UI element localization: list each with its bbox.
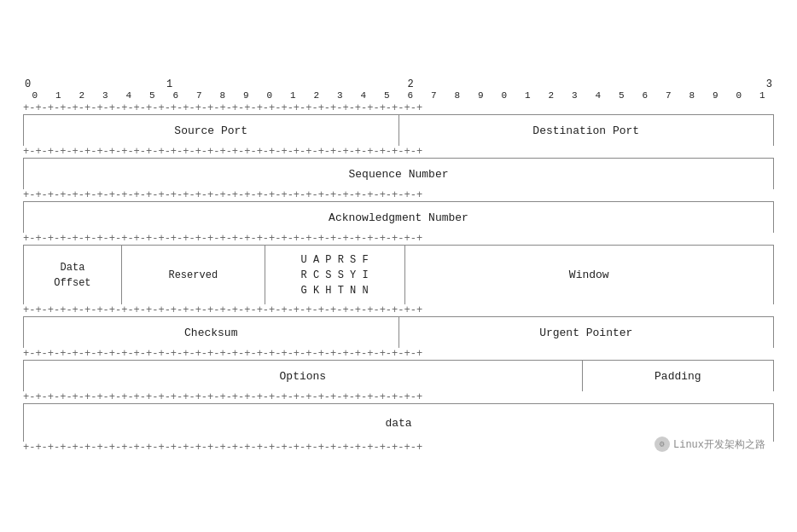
row-options-padding: Options Padding [23, 360, 774, 391]
data-offset-label: Data Offset [54, 260, 90, 291]
bit-num: 3 [563, 90, 587, 101]
tcp-header-diagram: 0 1 2 3 01234567890123456789012345678901… [15, 61, 782, 471]
data-label: data [385, 417, 411, 430]
bit-num: 0 [258, 90, 282, 101]
dest-port-cell: Destination Port [398, 115, 775, 146]
row-checksum-urgent: Checksum Urgent Pointer [23, 316, 774, 348]
row-flags: Data Offset Reserved U A P R S F R C S S… [23, 245, 774, 304]
reserved-cell: Reserved [121, 246, 265, 304]
source-port-label: Source Port [174, 124, 247, 137]
watermark: ⚙ Linux开发架构之路 [654, 437, 765, 452]
ack-number-label: Acknowledgment Number [329, 211, 468, 224]
bit-num: 1 [751, 90, 775, 101]
bit-num: 2 [305, 90, 329, 101]
window-cell: Window [404, 246, 775, 304]
bit-num: 1 [516, 90, 540, 101]
major-numbers: 0 1 2 3 [23, 78, 774, 90]
separator-2: +-+-+-+-+-+-+-+-+-+-+-+-+-+-+-+-+-+-+-+-… [23, 189, 774, 201]
bit-num: 5 [141, 90, 165, 101]
bit-num: 9 [704, 90, 728, 101]
bit-num: 7 [188, 90, 212, 101]
separator-top: +-+-+-+-+-+-+-+-+-+-+-+-+-+-+-+-+-+-+-+-… [23, 102, 774, 114]
bit-num: 2 [539, 90, 563, 101]
row-source-dest-port: Source Port Destination Port [23, 114, 774, 146]
major-0: 0 [23, 78, 49, 90]
bit-num: 5 [610, 90, 634, 101]
bit-numbers: 01234567890123456789012345678901 [23, 90, 774, 101]
flags-row-3: G K H T N N [300, 283, 368, 298]
bit-num: 1 [282, 90, 305, 101]
checksum-cell: Checksum [23, 317, 398, 348]
options-label: Options [280, 370, 327, 383]
bit-num: 4 [117, 90, 141, 101]
row-sequence: Sequence Number [23, 158, 774, 189]
watermark-icon: ⚙ [654, 437, 670, 452]
urgent-pointer-label: Urgent Pointer [539, 327, 632, 339]
bit-num: 8 [680, 90, 704, 101]
flags-row-2: R C S S Y I [300, 268, 368, 283]
separator-3: +-+-+-+-+-+-+-+-+-+-+-+-+-+-+-+-+-+-+-+-… [23, 233, 774, 245]
bit-num: 8 [211, 90, 235, 101]
bit-num: 9 [469, 90, 493, 101]
sequence-number-cell: Sequence Number [23, 159, 774, 189]
bit-num: 6 [398, 90, 422, 101]
bit-num: 7 [657, 90, 681, 101]
reserved-label: Reserved [168, 269, 218, 281]
ack-number-cell: Acknowledgment Number [23, 202, 774, 233]
bit-num: 6 [164, 90, 188, 101]
separator-6: +-+-+-+-+-+-+-+-+-+-+-+-+-+-+-+-+-+-+-+-… [23, 391, 774, 403]
watermark-text: Linux开发架构之路 [673, 437, 765, 452]
bit-num: 6 [633, 90, 657, 101]
separator-4: +-+-+-+-+-+-+-+-+-+-+-+-+-+-+-+-+-+-+-+-… [23, 304, 774, 316]
flags-cell: U A P R S F R C S S Y I G K H T N N [265, 246, 404, 304]
padding-label: Padding [654, 370, 701, 383]
padding-cell: Padding [582, 361, 774, 391]
window-label: Window [569, 269, 609, 281]
bit-num: 3 [94, 90, 118, 101]
dest-port-label: Destination Port [532, 124, 639, 137]
major-1: 1 [49, 78, 290, 90]
bit-ruler: 0 1 2 3 01234567890123456789012345678901 [23, 78, 774, 101]
bit-num: 5 [375, 90, 399, 101]
separator-5: +-+-+-+-+-+-+-+-+-+-+-+-+-+-+-+-+-+-+-+-… [23, 348, 774, 360]
urgent-pointer-cell: Urgent Pointer [398, 317, 775, 348]
sequence-number-label: Sequence Number [348, 168, 448, 181]
source-port-cell: Source Port [23, 115, 398, 146]
major-3: 3 [531, 78, 774, 90]
bit-num: 9 [235, 90, 259, 101]
separator-1: +-+-+-+-+-+-+-+-+-+-+-+-+-+-+-+-+-+-+-+-… [23, 146, 774, 158]
bit-num: 4 [352, 90, 375, 101]
bit-num: 0 [727, 90, 751, 101]
data-offset-cell: Data Offset [23, 246, 121, 304]
bit-num: 0 [492, 90, 516, 101]
bit-num: 3 [329, 90, 352, 101]
bit-num: 7 [422, 90, 446, 101]
bit-num: 8 [445, 90, 469, 101]
options-cell: Options [23, 361, 582, 391]
flags-content: U A P R S F R C S S Y I G K H T N N [300, 252, 368, 298]
bit-num: 1 [47, 90, 71, 101]
bit-num: 0 [23, 90, 47, 101]
checksum-label: Checksum [184, 327, 237, 339]
bit-num: 2 [70, 90, 94, 101]
major-2: 2 [290, 78, 532, 90]
flags-row-1: U A P R S F [300, 252, 368, 268]
bit-num: 4 [586, 90, 610, 101]
row-ack: Acknowledgment Number [23, 201, 774, 233]
